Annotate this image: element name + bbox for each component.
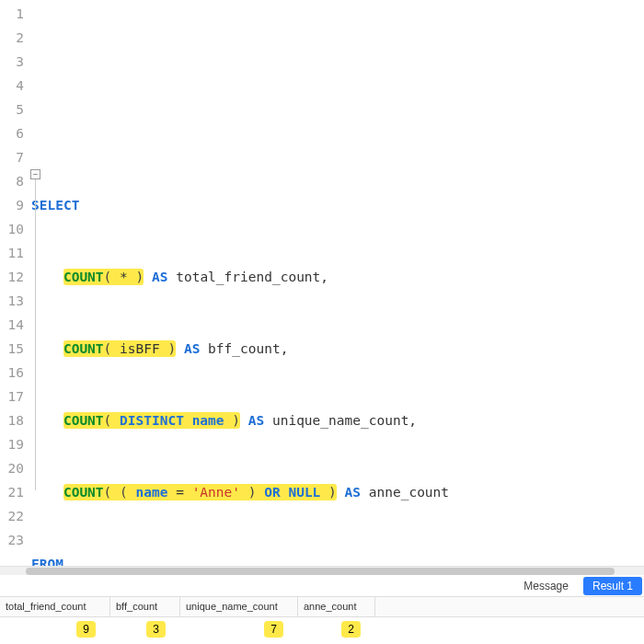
results-data-row[interactable]: 9 3 7 2	[0, 617, 644, 641]
column-header[interactable]: bff_count	[110, 597, 180, 616]
line-number: 19	[0, 432, 24, 456]
line-number: 13	[0, 289, 24, 313]
line-number: 17	[0, 385, 24, 408]
result-value: 9	[76, 621, 96, 638]
line-number: 2	[0, 26, 24, 50]
fold-toggle-icon[interactable]: −	[30, 169, 40, 179]
results-header-row: total_friend_count bff_count unique_name…	[0, 597, 644, 617]
result-value: 7	[264, 621, 283, 638]
line-number: 14	[0, 313, 24, 337]
tab-message[interactable]: Message	[514, 577, 578, 595]
result-value: 3	[146, 621, 166, 638]
line-number: 15	[0, 337, 24, 361]
line-number: 3	[0, 50, 24, 74]
line-number: 4	[0, 74, 24, 98]
line-number: 10	[0, 217, 24, 241]
line-number: 1	[0, 2, 24, 26]
tab-result-1[interactable]: Result 1	[583, 577, 642, 595]
code-editor[interactable]: 1234567891011121314151617181920212223 − …	[0, 0, 644, 566]
line-number: 6	[0, 121, 24, 145]
line-number-gutter: 1234567891011121314151617181920212223	[0, 0, 31, 566]
horizontal-scrollbar[interactable]	[0, 566, 644, 575]
code-area[interactable]: − SELECT COUNT( * ) AS total_friend_coun…	[31, 0, 644, 566]
line-number: 22	[0, 504, 24, 528]
fold-guide	[35, 179, 36, 490]
line-number: 18	[0, 408, 24, 432]
line-number: 7	[0, 145, 24, 169]
scrollbar-thumb[interactable]	[26, 568, 615, 575]
line-number: 5	[0, 98, 24, 121]
line-number: 21	[0, 480, 24, 504]
results-tabbar: Message Result 1	[0, 575, 644, 597]
line-number: 16	[0, 361, 24, 385]
result-value: 2	[341, 621, 361, 638]
keyword-select: SELECT	[31, 198, 79, 213]
column-header[interactable]: anne_count	[298, 597, 375, 616]
line-number: 9	[0, 193, 24, 217]
line-number: 12	[0, 265, 24, 289]
results-grid: total_friend_count bff_count unique_name…	[0, 597, 644, 641]
keyword-from: FROM	[31, 557, 63, 566]
line-number: 23	[0, 528, 24, 552]
line-number: 20	[0, 456, 24, 480]
column-header[interactable]: unique_name_count	[180, 597, 298, 616]
line-number: 8	[0, 169, 24, 193]
line-number: 11	[0, 241, 24, 265]
column-header[interactable]: total_friend_count	[0, 597, 110, 616]
